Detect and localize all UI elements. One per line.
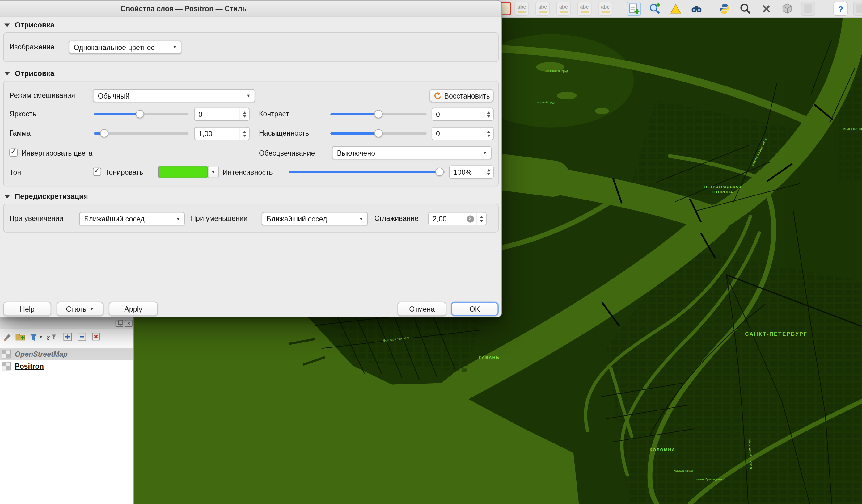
dialog-titlebar[interactable]: Свойства слоя — Positron — Стиль <box>0 1 501 17</box>
zoom-in-combo[interactable]: Ближайший сосед ▼ <box>79 212 185 225</box>
gamma-slider[interactable] <box>94 129 188 138</box>
search-icon[interactable] <box>739 2 753 16</box>
combo-value: Одноканальное цветное <box>74 43 155 52</box>
cancel-button[interactable]: Отмена <box>397 302 446 316</box>
abc-bar <box>538 11 547 13</box>
strength-slider[interactable] <box>289 168 445 176</box>
smoothing-spin[interactable]: 2,00 × <box>428 212 487 225</box>
saturation-spin[interactable]: 0 <box>432 127 494 140</box>
spin-value: 0 <box>436 130 440 138</box>
chevron-down-icon[interactable]: ▼ <box>39 335 43 339</box>
map-label-petrogradskaya-2: СТОРОНА <box>713 190 733 194</box>
abc-bar <box>518 11 526 13</box>
help-button[interactable]: Help <box>3 302 51 316</box>
filter-legend-icon[interactable] <box>27 331 40 343</box>
invert-colors-checkbox[interactable]: ✓ <box>9 148 17 157</box>
colorize-color-button[interactable] <box>158 166 208 178</box>
button-label: Отмена <box>409 305 435 313</box>
grayscale-combo[interactable]: Выключено ▼ <box>332 146 492 159</box>
saturation-label: Насыщенность <box>259 129 309 137</box>
combo-value: Ближайший сосед <box>84 215 145 223</box>
disabled-tool-icon <box>801 2 815 16</box>
zoom-out-combo[interactable]: Ближайший сосед ▼ <box>262 212 368 225</box>
contrast-spin[interactable]: 0 <box>432 108 494 121</box>
add-group-icon[interactable] <box>14 331 26 343</box>
remove-layer-icon[interactable] <box>90 331 102 343</box>
chevron-down-icon: ▼ <box>173 45 177 50</box>
combo-value: Выключено <box>337 149 375 157</box>
layer-styling-icon[interactable] <box>1 331 13 343</box>
highlight-labels-icon[interactable]: abc <box>557 2 571 16</box>
spin-arrows[interactable] <box>484 166 493 178</box>
gamma-spin[interactable]: 1,00 <box>194 127 250 140</box>
abc-glyph: abc <box>601 5 610 10</box>
ok-button[interactable]: OK <box>451 302 499 316</box>
map-label-pond-south: 3-й Южный пруд <box>545 69 568 72</box>
slider-handle[interactable] <box>436 168 444 176</box>
cube-3d-icon[interactable] <box>780 2 794 16</box>
section-title: Отрисовка <box>15 21 54 29</box>
abc-glyph: abc <box>559 5 568 10</box>
reset-button[interactable]: Восстановить <box>429 89 494 102</box>
map-label-city: САНКТ-ПЕТЕРБУРГ <box>745 331 807 337</box>
render-type-combo[interactable]: Одноканальное цветное ▼ <box>69 41 181 54</box>
move-label-icon[interactable]: abc <box>577 2 591 16</box>
band-rendering-group: Изображение Одноканальное цветное ▼ <box>3 32 499 62</box>
filter-expression-icon[interactable]: ε <box>45 331 57 343</box>
combo-value: Обычный <box>98 92 129 100</box>
close-panel-button[interactable]: × <box>125 320 132 327</box>
map-label-kryukov: Крюков канал <box>674 469 693 472</box>
section-color-rendering-header[interactable]: Отрисовка <box>4 69 54 78</box>
abc-bar <box>559 11 567 13</box>
zoom-out-label: При уменьшении <box>191 214 247 223</box>
undo-arrow-icon <box>433 92 441 100</box>
color-rendering-group: Режим смешивания Обычный ▼ Восстановить … <box>3 81 499 187</box>
float-panel-button[interactable] <box>116 320 123 327</box>
contrast-slider[interactable] <box>330 110 426 119</box>
colorize-checkbox[interactable]: ✓ <box>93 168 101 176</box>
zoom-to-layer-icon[interactable] <box>648 2 662 16</box>
layer-properties-dialog: Свойства слоя — Positron — Стиль Отрисов… <box>0 0 502 317</box>
collapse-arrow-icon <box>4 72 10 75</box>
slider-handle[interactable] <box>374 110 382 118</box>
spin-arrows[interactable] <box>484 128 493 140</box>
tools-icon[interactable] <box>759 2 773 16</box>
binoculars-search-icon[interactable] <box>689 2 704 16</box>
collapse-all-icon[interactable] <box>76 331 88 343</box>
slider-handle[interactable] <box>100 129 108 137</box>
spin-arrows[interactable] <box>240 108 249 120</box>
section-resampling-header[interactable]: Передискретизация <box>4 193 88 201</box>
help-icon[interactable]: ? <box>833 2 848 16</box>
strength-spin[interactable]: 100% <box>449 165 494 179</box>
brightness-spin[interactable]: 0 <box>194 108 250 121</box>
layer-row-positron[interactable]: Positron <box>0 360 133 372</box>
section-title: Отрисовка <box>15 69 54 78</box>
dialog-title: Свойства слоя — Positron — Стиль <box>0 4 367 13</box>
abc-glyph: abc <box>580 5 589 10</box>
layers-panel-header <box>0 317 133 329</box>
spin-arrows[interactable] <box>484 108 493 120</box>
color-dropdown-button[interactable]: ▼ <box>208 166 219 178</box>
saturation-slider[interactable] <box>330 129 426 138</box>
blend-mode-combo[interactable]: Обычный ▼ <box>93 89 255 102</box>
check-icon: ✓ <box>94 167 100 175</box>
labeling-options-icon[interactable]: abc <box>514 2 528 16</box>
blend-mode-label: Режим смешивания <box>9 91 75 100</box>
section-band-rendering-header[interactable]: Отрисовка <box>4 21 54 29</box>
pin-labels-icon[interactable]: abc <box>535 2 550 16</box>
add-layer-icon[interactable] <box>627 2 641 16</box>
style-button[interactable]: Стиль▼ <box>56 302 103 316</box>
clear-value-icon[interactable]: × <box>467 215 474 223</box>
slider-handle[interactable] <box>136 110 144 118</box>
spin-arrows[interactable] <box>477 213 486 225</box>
warning-triangle-icon[interactable] <box>669 2 683 16</box>
brightness-slider[interactable] <box>94 110 188 119</box>
apply-button[interactable]: Apply <box>109 302 158 316</box>
expand-all-icon[interactable] <box>62 331 74 343</box>
slider-handle[interactable] <box>374 129 382 137</box>
layer-row-openstreetmap[interactable]: OpenStreetMap <box>0 348 133 360</box>
rotate-label-icon[interactable]: abc <box>598 2 612 16</box>
spin-arrows[interactable] <box>240 128 249 140</box>
map-label-petrogradskaya: ПЕТРОГРАДСКАЯ <box>704 185 742 189</box>
python-console-icon[interactable] <box>717 2 732 16</box>
